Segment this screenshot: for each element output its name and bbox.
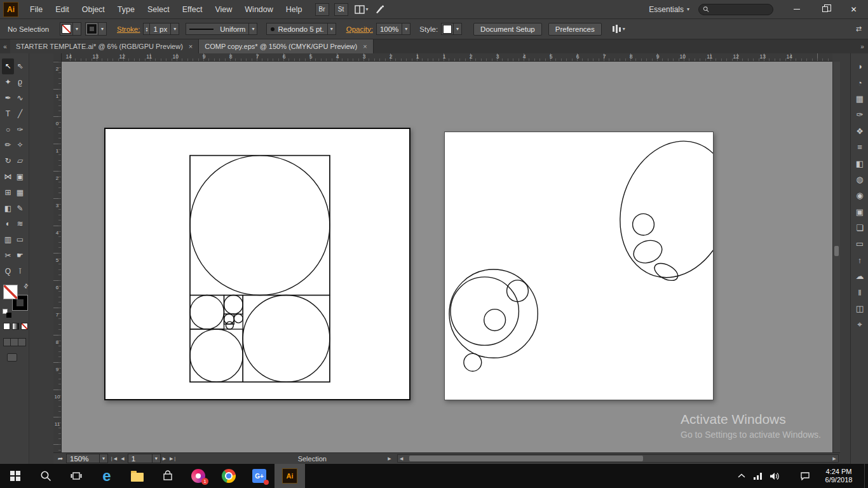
menu-effect[interactable]: Effect xyxy=(176,0,209,19)
screen-mode-button[interactable] xyxy=(7,353,17,362)
close-button[interactable]: ✕ xyxy=(839,0,868,19)
stroke-panel-link[interactable]: Stroke: xyxy=(117,25,140,33)
brush-definition-combo[interactable]: Redondo 5 pt. xyxy=(266,23,336,35)
stroke-width-spinner[interactable]: ▲▼ xyxy=(144,24,150,34)
selection-tool[interactable]: ↖ xyxy=(2,58,14,74)
vector-shape[interactable] xyxy=(630,236,665,266)
edge-icon[interactable]: e xyxy=(92,464,122,488)
document-tab-1[interactable]: STARTER TEMPLATE.ai* @ 6% (RGB/GPU Previ… xyxy=(10,39,199,53)
quick-button-br[interactable]: Br xyxy=(315,3,329,16)
ellipse-tool[interactable]: ○ xyxy=(2,121,14,137)
color-mode-button[interactable] xyxy=(3,323,10,330)
document-setup-button[interactable]: Document Setup xyxy=(473,23,542,36)
search-box[interactable] xyxy=(698,4,773,15)
tray-volume-icon[interactable] xyxy=(766,464,783,488)
vector-shape[interactable] xyxy=(507,280,529,302)
menu-edit[interactable]: Edit xyxy=(49,0,76,19)
pencil-tool[interactable]: ✏ xyxy=(2,137,14,153)
file-explorer-icon[interactable] xyxy=(122,464,153,488)
lasso-tool[interactable]: ϱ xyxy=(14,74,26,90)
magic-wand-tool[interactable]: ✦ xyxy=(2,74,14,90)
opacity-combo[interactable]: 100% xyxy=(376,23,410,35)
graphic-styles-panel-icon[interactable]: ▣ xyxy=(851,204,868,220)
vector-shape[interactable] xyxy=(190,329,243,382)
google-plus-icon[interactable]: G+ xyxy=(244,464,275,488)
show-desktop-button[interactable] xyxy=(864,464,868,488)
canvas[interactable]: Activate Windows Go to Settings to activ… xyxy=(62,62,832,452)
slice-tool[interactable]: ✂ xyxy=(2,248,14,264)
tray-network-icon[interactable] xyxy=(750,464,766,488)
workspace-switcher[interactable]: Essentials ▾ xyxy=(649,5,689,14)
vector-shape[interactable] xyxy=(226,322,233,329)
menu-select[interactable]: Select xyxy=(141,0,176,19)
menu-type[interactable]: Type xyxy=(111,0,141,19)
photos-app-icon[interactable]: 1 xyxy=(183,464,214,488)
appearance-panel-icon[interactable]: ◉ xyxy=(851,187,868,203)
align-options[interactable]: ▾ xyxy=(612,25,625,33)
libraries-panel-icon[interactable]: ☁ xyxy=(851,268,868,284)
quick-button-st[interactable]: St xyxy=(334,3,348,16)
vector-shape[interactable] xyxy=(234,314,243,323)
touch-workspace-icon[interactable] xyxy=(375,4,384,14)
search-button[interactable] xyxy=(31,464,61,488)
paintbrush-tool[interactable]: ✑ xyxy=(14,121,26,137)
color-panel-icon[interactable]: ◑ xyxy=(851,58,868,74)
tray-expand-icon[interactable] xyxy=(733,464,750,488)
curvature-tool[interactable]: ∿ xyxy=(14,90,26,106)
gradient-panel-icon[interactable]: ◧ xyxy=(851,155,868,171)
vector-shape[interactable] xyxy=(484,309,506,331)
scroll-left-icon[interactable]: ◀ xyxy=(398,456,405,461)
stroke-color-picker[interactable] xyxy=(85,22,107,36)
transparency-panel-icon[interactable]: ◍ xyxy=(851,172,868,187)
menu-view[interactable]: View xyxy=(208,0,238,19)
start-button[interactable] xyxy=(0,464,31,488)
vector-shape[interactable] xyxy=(190,156,330,383)
vector-shape[interactable] xyxy=(464,353,482,371)
dock-controlbar-icon[interactable]: ⇄ xyxy=(856,25,862,33)
default-fill-stroke-icon[interactable] xyxy=(3,309,10,316)
vector-shape[interactable] xyxy=(190,156,330,295)
artboard-1[interactable] xyxy=(104,128,410,400)
horizontal-ruler[interactable]: 14131211109876543211234567891011121314 xyxy=(62,53,832,62)
align-panel-icon[interactable]: ‖ xyxy=(851,284,868,300)
vertical-ruler[interactable]: 2101234567891011 xyxy=(53,62,62,452)
vector-shape[interactable] xyxy=(633,214,654,235)
layers-panel-icon[interactable]: ❏ xyxy=(851,220,868,236)
ruler-origin-corner[interactable] xyxy=(53,53,62,62)
document-tab-2[interactable]: COMP copy.eps* @ 150% (CMYK/GPU Preview)… xyxy=(199,39,373,53)
pen-tool[interactable]: ✒ xyxy=(2,90,14,106)
vertical-scrollbar[interactable] xyxy=(832,62,840,452)
restore-button[interactable] xyxy=(811,0,839,19)
none-mode-button[interactable] xyxy=(21,323,28,330)
style-combo[interactable] xyxy=(441,23,462,35)
hand-tool[interactable]: ☛ xyxy=(14,248,26,264)
vector-shape[interactable] xyxy=(652,260,681,284)
first-artboard-button[interactable]: ❘◀ xyxy=(108,456,119,461)
zoom-level-combo[interactable]: 150% xyxy=(66,454,108,463)
eyedropper-tool[interactable]: ✎ xyxy=(14,200,26,216)
vector-shape[interactable] xyxy=(451,277,519,345)
gradient-mode-button[interactable] xyxy=(12,323,19,330)
fill-color-picker[interactable] xyxy=(60,22,81,36)
menu-object[interactable]: Object xyxy=(76,0,111,19)
status-menu-arrow[interactable]: ▶ xyxy=(384,456,394,461)
fill-color-indicator[interactable] xyxy=(3,285,18,299)
draw-inside-button[interactable] xyxy=(18,338,26,346)
asset-export-panel-icon[interactable]: ↑ xyxy=(851,252,868,268)
stroke-panel-icon[interactable]: ≡ xyxy=(851,139,868,155)
chrome-icon[interactable] xyxy=(214,464,244,488)
artboard-number-combo[interactable]: 1 xyxy=(128,454,161,463)
type-tool[interactable]: T xyxy=(2,105,14,121)
vector-shape[interactable] xyxy=(243,295,330,383)
stroke-width-combo[interactable]: ▲▼ 1 px xyxy=(143,23,179,35)
blend-tool[interactable]: ◐ xyxy=(2,216,14,232)
previous-artboard-button[interactable]: ◀ xyxy=(119,456,126,461)
zoom-tool[interactable]: Q xyxy=(2,263,14,279)
width-profile-combo[interactable]: Uniform xyxy=(186,23,257,35)
store-icon[interactable] xyxy=(153,464,183,488)
task-view-button[interactable] xyxy=(61,464,92,488)
horizontal-scrollbar-thumb[interactable] xyxy=(409,456,643,461)
tab-close-icon[interactable]: × xyxy=(363,43,367,50)
last-artboard-button[interactable]: ▶❘ xyxy=(168,456,179,461)
status-launch-icon[interactable]: ➦ xyxy=(56,455,65,462)
